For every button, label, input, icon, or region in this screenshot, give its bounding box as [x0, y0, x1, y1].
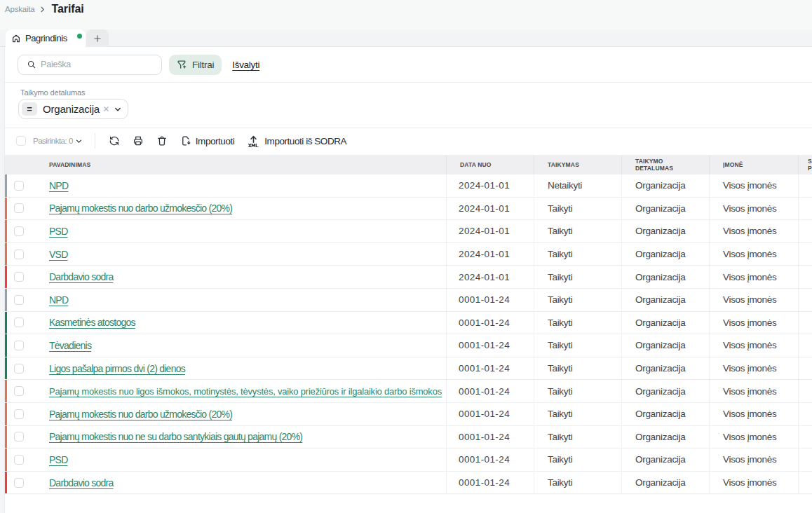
- import-icon[interactable]: [180, 135, 191, 146]
- cell-clipped: [799, 243, 812, 266]
- cell-taikymas: Taikyti: [534, 380, 622, 402]
- tariff-link[interactable]: Pajamų mokestis nuo ligos išmokos, motin…: [49, 386, 442, 397]
- applied-filter-pill[interactable]: = Organizacija: [18, 99, 128, 119]
- row-checkbox[interactable]: [14, 364, 24, 374]
- table-body: NPD 2024-01-01 Netaikyti Organizacija Vi…: [5, 175, 812, 494]
- tariff-link[interactable]: Darbdavio sodra: [49, 477, 113, 488]
- cell-taikymo-detalumas: Organizacija: [622, 243, 710, 266]
- column-header-clipped[interactable]: SP: [799, 155, 812, 175]
- delete-button[interactable]: [156, 135, 168, 146]
- import-sodra-icon[interactable]: [247, 135, 260, 146]
- tab-unsaved-dot: [77, 34, 82, 39]
- cell-imone: Visos įmonės: [710, 220, 799, 242]
- row-checkbox-cell: [7, 380, 43, 402]
- tariff-link[interactable]: Pajamų mokestis nuo darbo užmokesčio (20…: [49, 409, 232, 420]
- applied-filter-label: Taikymo detalumas: [20, 88, 85, 97]
- tariff-link[interactable]: VSD: [49, 249, 68, 260]
- search-row: Paieška Filtrai Išvalyti: [5, 47, 812, 83]
- cell-imone: Visos įmonės: [710, 266, 799, 288]
- tariff-link[interactable]: NPD: [49, 180, 68, 191]
- cell-taikymas: Taikyti: [534, 449, 622, 471]
- tariff-link[interactable]: PSD: [49, 454, 68, 465]
- cell-clipped: [799, 312, 812, 334]
- column-header-taikymas[interactable]: Taikymas: [534, 155, 622, 175]
- column-header-imone[interactable]: Įmonė: [710, 155, 799, 175]
- import-button[interactable]: Importuoti: [196, 136, 235, 146]
- cell-taikymo-detalumas: Organizacija: [622, 403, 710, 425]
- row-checkbox[interactable]: [14, 317, 24, 327]
- filters-button[interactable]: Filtrai: [169, 55, 222, 75]
- row-checkbox[interactable]: [14, 295, 24, 305]
- breadcrumb-section[interactable]: Apskaita: [5, 5, 35, 13]
- row-checkbox[interactable]: [14, 432, 24, 442]
- row-checkbox[interactable]: [14, 181, 24, 191]
- cell-data-nuo: 0001-01-24: [447, 403, 534, 425]
- row-checkbox[interactable]: [14, 226, 24, 236]
- row-checkbox-cell: [7, 312, 43, 334]
- select-all-checkbox[interactable]: [16, 136, 26, 146]
- content-panel: Paieška Filtrai Išvalyti Taikymo detalum…: [4, 47, 812, 513]
- breadcrumb: Apskaita Tarifai: [5, 3, 84, 15]
- tab-pagrindinis[interactable]: Pagrindinis: [6, 29, 86, 47]
- cell-data-nuo: 2024-01-01: [447, 198, 534, 220]
- tariff-link[interactable]: Kasmetinės atostogos: [49, 317, 135, 328]
- table-toolbar: Pasirinkta: 0 Importuoti Importuoti iš S…: [5, 129, 812, 153]
- row-checkbox[interactable]: [14, 203, 24, 213]
- top-bar: Apskaita Tarifai Pagrindinis: [0, 0, 812, 47]
- refresh-button[interactable]: [109, 135, 120, 146]
- tariff-link[interactable]: NPD: [49, 294, 68, 306]
- cell-taikymo-detalumas: Organizacija: [622, 380, 710, 402]
- selection-menu-chevron-icon[interactable]: [75, 137, 83, 145]
- filter-remove-icon[interactable]: [102, 105, 110, 113]
- row-checkbox[interactable]: [14, 386, 24, 396]
- table-row: NPD 2024-01-01 Netaikyti Organizacija Vi…: [5, 175, 812, 198]
- column-header-taikymo-detalumas[interactable]: Taikymo detalumas: [622, 155, 710, 175]
- tariff-link[interactable]: Darbdavio sodra: [49, 271, 113, 282]
- search-input[interactable]: Paieška: [18, 55, 162, 75]
- cell-taikymo-detalumas: Organizacija: [622, 289, 710, 311]
- cell-clipped: [799, 472, 812, 494]
- cell-taikymo-detalumas: Organizacija: [622, 220, 710, 242]
- tariff-link[interactable]: Tėvadienis: [49, 340, 91, 351]
- xml-letters: [249, 144, 259, 146]
- cell-clipped: [799, 403, 812, 425]
- toolbar-divider: [95, 133, 95, 149]
- row-checkbox-cell: [7, 334, 43, 357]
- clear-filters-link[interactable]: Išvalyti: [232, 60, 259, 70]
- plus-icon: [93, 34, 102, 43]
- cell-imone: Visos įmonės: [710, 380, 799, 402]
- row-checkbox[interactable]: [14, 455, 24, 465]
- tariff-link[interactable]: Ligos pašalpa pirmos dvi (2) dienos: [49, 363, 185, 374]
- filter-zone: Taikymo detalumas = Organizacija: [5, 83, 812, 128]
- table-row: Pajamų mokestis nuo darbo užmokesčio (20…: [5, 198, 812, 221]
- print-button[interactable]: [133, 135, 144, 146]
- import-sodra-button[interactable]: Importuoti iš SODRA: [264, 136, 346, 146]
- new-tab-button[interactable]: [86, 29, 109, 47]
- cell-imone: Visos įmonės: [710, 403, 799, 425]
- column-header-pavadinimas[interactable]: Pavadinimas: [43, 155, 447, 175]
- row-checkbox-cell: [7, 198, 43, 220]
- cell-imone: Visos įmonės: [710, 243, 799, 266]
- cell-clipped: [799, 426, 812, 449]
- row-checkbox-cell: [7, 472, 43, 494]
- table-row: Darbdavio sodra 0001-01-24 Taikyti Organ…: [5, 472, 812, 495]
- row-checkbox[interactable]: [14, 478, 24, 488]
- cell-taikymo-detalumas: Organizacija: [622, 266, 710, 288]
- row-checkbox[interactable]: [14, 341, 24, 350]
- cell-taikymas: Taikyti: [534, 198, 622, 220]
- cell-data-nuo: 2024-01-01: [447, 243, 534, 266]
- table-header: Pavadinimas Data nuo Taikymas Taikymo de…: [5, 155, 812, 175]
- cell-taikymas: Netaikyti: [534, 175, 622, 197]
- row-checkbox[interactable]: [14, 409, 24, 419]
- row-checkbox[interactable]: [14, 249, 24, 259]
- tariff-link[interactable]: Pajamų mokestis nuo darbo užmokesčio (20…: [49, 203, 232, 214]
- cell-taikymo-detalumas: Organizacija: [622, 449, 710, 471]
- cell-taikymas: Taikyti: [534, 220, 622, 242]
- row-checkbox[interactable]: [14, 272, 24, 282]
- filter-expand-chevron-icon[interactable]: [114, 105, 122, 114]
- tariff-link[interactable]: PSD: [49, 226, 68, 237]
- column-header-data-nuo[interactable]: Data nuo: [447, 155, 534, 175]
- cell-taikymas: Taikyti: [534, 243, 622, 266]
- cell-data-nuo: 2024-01-01: [447, 220, 534, 242]
- tariff-link[interactable]: Pajamų mokestis nuo ne su darbo santykia…: [49, 431, 302, 442]
